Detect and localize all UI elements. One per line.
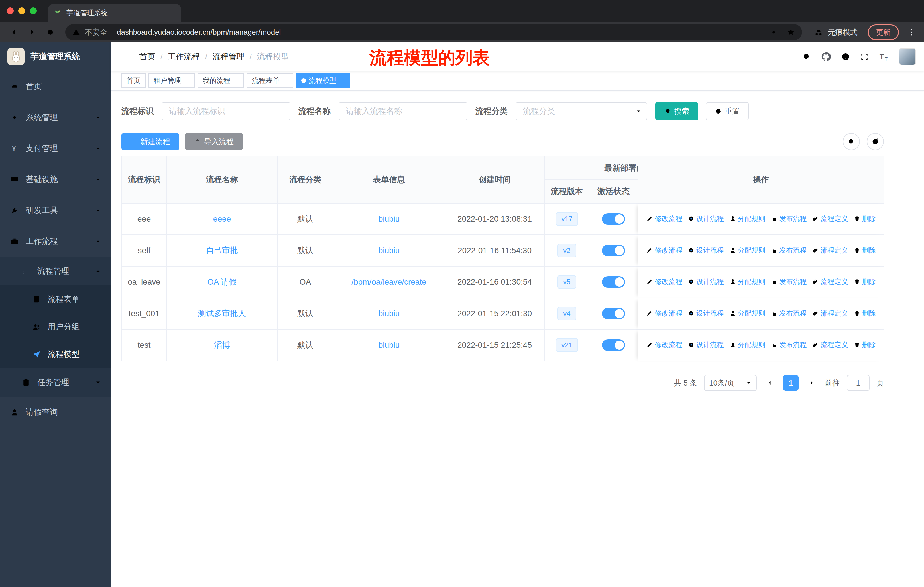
sidebar-item-process-model[interactable]: 流程模型	[0, 341, 111, 368]
sidebar-item-user-group[interactable]: 用户分组	[0, 313, 111, 341]
forward-button[interactable]	[24, 24, 40, 40]
action-assign-rule[interactable]: 分配规则	[729, 214, 765, 223]
goto-page-input[interactable]	[846, 375, 870, 391]
action-publish-process[interactable]: 发布流程	[771, 309, 807, 318]
action-edit-process[interactable]: 修改流程	[646, 340, 682, 349]
github-icon[interactable]	[821, 51, 831, 62]
bookmark-star-icon[interactable]	[787, 28, 795, 36]
action-design-process[interactable]: 设计流程	[688, 340, 724, 349]
version-badge[interactable]: v17	[556, 212, 578, 226]
process-name-link[interactable]: 测试多审批人	[198, 309, 246, 318]
action-edit-process[interactable]: 修改流程	[646, 309, 682, 318]
active-toggle[interactable]	[602, 245, 625, 256]
font-size-icon[interactable]	[879, 51, 889, 62]
close-icon[interactable]	[339, 78, 345, 83]
action-design-process[interactable]: 设计流程	[688, 246, 724, 255]
process-key-input[interactable]	[162, 102, 290, 121]
import-process-button[interactable]: 导入流程	[185, 133, 243, 150]
tab-close-icon[interactable]	[170, 10, 175, 16]
version-badge[interactable]: v2	[558, 244, 576, 257]
sidebar-item-infrastructure[interactable]: 基础设施	[0, 164, 111, 195]
breadcrumb-workflow[interactable]: 工作流程	[168, 51, 200, 62]
action-publish-process[interactable]: 发布流程	[771, 340, 807, 349]
reset-button[interactable]: 重置	[706, 102, 749, 121]
reload-button[interactable]	[42, 24, 58, 40]
page-number-button[interactable]: 1	[783, 375, 799, 391]
refresh-table-button[interactable]	[867, 133, 884, 150]
zoom-window-button[interactable]	[30, 7, 37, 14]
close-icon[interactable]	[233, 78, 239, 83]
action-publish-process[interactable]: 发布流程	[771, 246, 807, 255]
process-name-link[interactable]: 自己审批	[206, 246, 238, 255]
tag-tenant-management[interactable]: 租户管理	[148, 73, 195, 88]
action-delete[interactable]: 删除	[853, 277, 876, 286]
action-design-process[interactable]: 设计流程	[688, 277, 724, 286]
close-icon[interactable]	[282, 78, 288, 83]
action-process-definition[interactable]: 流程定义	[812, 277, 848, 286]
page-size-select[interactable]: 10条/页	[704, 375, 757, 391]
sidebar-item-devtools[interactable]: 研发工具	[0, 195, 111, 226]
sidebar-item-process-management[interactable]: 流程管理	[0, 257, 111, 286]
breadcrumb-process-management[interactable]: 流程管理	[213, 51, 244, 62]
action-assign-rule[interactable]: 分配规则	[729, 340, 765, 349]
action-publish-process[interactable]: 发布流程	[771, 214, 807, 223]
version-badge[interactable]: v5	[558, 275, 576, 289]
search-button[interactable]: 搜索	[655, 102, 698, 121]
back-button[interactable]	[6, 24, 22, 40]
active-toggle[interactable]	[602, 276, 625, 288]
sidebar-item-payment[interactable]: 支付管理	[0, 133, 111, 164]
action-delete[interactable]: 删除	[853, 309, 876, 318]
tag-process-form[interactable]: 流程表单	[247, 73, 293, 88]
form-info-link[interactable]: biubiu	[378, 309, 400, 318]
action-publish-process[interactable]: 发布流程	[771, 277, 807, 286]
help-icon[interactable]	[841, 52, 850, 61]
close-window-button[interactable]	[7, 7, 14, 14]
user-avatar[interactable]	[899, 48, 916, 65]
browser-tab[interactable]: 芋道管理系统	[48, 4, 181, 22]
active-toggle[interactable]	[602, 213, 625, 225]
process-name-input[interactable]	[338, 102, 467, 121]
close-icon[interactable]	[184, 78, 190, 83]
action-design-process[interactable]: 设计流程	[688, 214, 724, 223]
action-assign-rule[interactable]: 分配规则	[729, 246, 765, 255]
breadcrumb-home[interactable]: 首页	[139, 51, 155, 62]
form-info-link[interactable]: /bpm/oa/leave/create	[351, 278, 426, 286]
tag-my-process[interactable]: 我的流程	[198, 73, 244, 88]
action-assign-rule[interactable]: 分配规则	[729, 277, 765, 286]
prev-page-button[interactable]	[764, 375, 776, 391]
app-logo[interactable]: 芋道管理系统	[0, 42, 111, 71]
process-name-link[interactable]: OA 请假	[207, 278, 237, 286]
sidebar-item-leave-query[interactable]: 请假查询	[0, 397, 111, 428]
action-assign-rule[interactable]: 分配规则	[729, 309, 765, 318]
tag-process-model[interactable]: 流程模型	[296, 73, 350, 88]
action-delete[interactable]: 删除	[853, 340, 876, 349]
sidebar-item-home[interactable]: 首页	[0, 71, 111, 102]
browser-menu-button[interactable]	[904, 24, 918, 40]
active-toggle[interactable]	[602, 339, 625, 351]
action-edit-process[interactable]: 修改流程	[646, 214, 682, 223]
action-edit-process[interactable]: 修改流程	[646, 246, 682, 255]
action-process-definition[interactable]: 流程定义	[812, 340, 848, 349]
tag-home[interactable]: 首页	[121, 73, 145, 88]
sidebar-item-system[interactable]: 系统管理	[0, 102, 111, 133]
toggle-search-button[interactable]	[843, 133, 860, 150]
new-tab-button[interactable]	[186, 3, 201, 19]
active-toggle[interactable]	[602, 308, 625, 319]
form-info-link[interactable]: biubiu	[378, 214, 400, 223]
update-browser-button[interactable]: 更新	[868, 24, 899, 40]
process-name-link[interactable]: eeee	[213, 214, 231, 223]
next-page-button[interactable]	[805, 375, 818, 391]
action-design-process[interactable]: 设计流程	[688, 309, 724, 318]
action-process-definition[interactable]: 流程定义	[812, 246, 848, 255]
action-edit-process[interactable]: 修改流程	[646, 277, 682, 286]
sidebar-item-process-form[interactable]: 流程表单	[0, 286, 111, 313]
create-process-button[interactable]: 新建流程	[121, 133, 179, 150]
action-delete[interactable]: 删除	[853, 214, 876, 223]
action-process-definition[interactable]: 流程定义	[812, 309, 848, 318]
fullscreen-icon[interactable]	[860, 52, 869, 61]
sidebar-item-workflow[interactable]: 工作流程	[0, 226, 111, 257]
minimize-window-button[interactable]	[18, 7, 25, 14]
process-name-link[interactable]: 滔博	[214, 341, 230, 349]
version-badge[interactable]: v21	[556, 338, 578, 352]
form-info-link[interactable]: biubiu	[378, 246, 400, 255]
